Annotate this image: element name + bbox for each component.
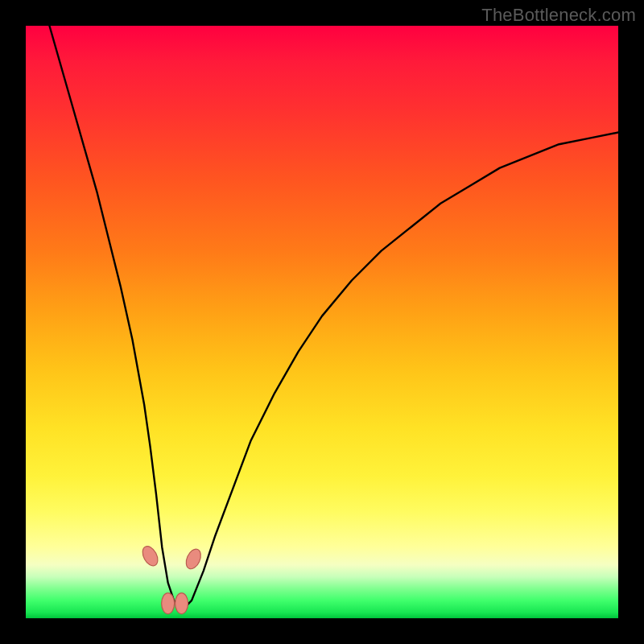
marker-right-upper	[184, 547, 204, 571]
chart-frame: TheBottleneck.com	[0, 0, 644, 644]
marker-bottom-left	[162, 593, 175, 614]
plot-area	[26, 26, 618, 618]
marker-bottom-right	[175, 593, 188, 614]
watermark-text: TheBottleneck.com	[481, 5, 636, 26]
bottleneck-curve	[49, 26, 618, 606]
marker-left-upper	[139, 543, 160, 568]
curve-layer	[26, 26, 618, 618]
